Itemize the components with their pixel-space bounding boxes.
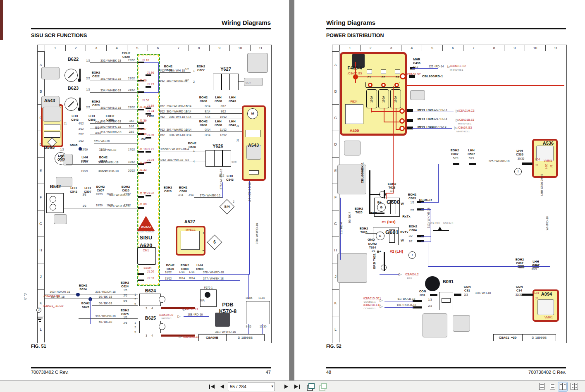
diagram-label: GRD T621	[372, 253, 376, 269]
diagram-label: CM1	[143, 249, 149, 252]
diagram-label: MVEC1	[186, 228, 196, 232]
diagram-label: J1.96	[147, 71, 154, 74]
diagram-label: CON C91	[464, 285, 471, 292]
diagram-shape	[146, 74, 151, 76]
diagram-label: LHH C507	[468, 149, 475, 156]
diagram-label: EOH2 C608	[199, 96, 208, 103]
diagram-label: J1.32	[139, 192, 146, 195]
diagram-label: 31 ∕ RD-4	[340, 222, 343, 234]
diagram-shape	[215, 313, 230, 327]
diagram-label: 351 ∕ WH/LG-18	[100, 77, 121, 81]
single-page-layout-button[interactable]	[537, 382, 547, 391]
diagram-label: 4/62	[160, 128, 165, 131]
diagram-label: S/N	[224, 205, 229, 208]
diagram-label: J1.58	[139, 133, 146, 136]
diagram-label: LH6570:1	[161, 317, 172, 320]
wire-segment	[194, 334, 249, 334]
diagram-label: PDB	[222, 302, 233, 308]
wire-segment	[384, 108, 384, 122]
diagram-shape	[41, 67, 60, 79]
last-page-icon	[294, 385, 298, 389]
diagram-label: −	[203, 249, 205, 252]
two-page-layout-button[interactable]	[558, 382, 567, 391]
diagram-shape	[146, 151, 151, 153]
diagram-shape	[454, 294, 461, 296]
first-page-button[interactable]	[209, 384, 215, 390]
diagram-label: A400	[350, 129, 359, 133]
diagram-label: 100A	[394, 96, 397, 103]
next-view-button[interactable]	[319, 383, 326, 390]
diagram-label: 382 ∕ WH/BK-18	[98, 170, 119, 173]
chevron-down-icon[interactable]: ▾	[271, 384, 273, 388]
diagram-label: 6/29	[519, 266, 525, 269]
grid-row-label: C	[332, 104, 339, 131]
wire-segment	[159, 119, 242, 119]
diagram-label: A536	[543, 141, 554, 146]
diagram-label: EOH2 C624	[121, 281, 129, 288]
diagram-shape	[146, 137, 151, 139]
diagram-shape	[368, 83, 372, 87]
diagram-label: EOH2 C620	[166, 264, 174, 271]
two-page-continuous-layout-button[interactable]	[570, 382, 579, 391]
diagram-label: 374 ∕ WH/BL-18	[98, 161, 118, 164]
diagram-label: 2/2	[86, 106, 90, 109]
page-number-input[interactable]	[229, 383, 269, 390]
diagram-label: J1.18	[139, 148, 146, 151]
diagram-label: J1.21	[147, 148, 154, 151]
continuous-layout-button[interactable]	[548, 382, 557, 391]
diagram-shape	[430, 294, 437, 296]
diagram-label: /C8A01D.G11	[363, 297, 381, 300]
last-page-button[interactable]	[294, 384, 300, 390]
grid-col-label: 8	[189, 45, 209, 51]
diagram-label: 1	[134, 293, 136, 296]
diagram-label: PWR	[147, 115, 154, 118]
diagram-label: ▷	[24, 292, 27, 296]
diagram-label: FI20	[407, 277, 412, 280]
previous-view-button[interactable]	[307, 383, 314, 390]
diagram-label: /C8A00.G5	[348, 72, 362, 75]
diagram-label: G601	[385, 229, 399, 236]
diagram-label: 1	[134, 321, 136, 324]
diagram-label: A543	[44, 98, 55, 103]
diagram-label: EOH2 C608	[181, 264, 189, 271]
diagram-label: EOH2 C625	[121, 309, 129, 316]
page-divider	[289, 0, 294, 380]
grid-col-label: 11	[545, 45, 566, 51]
diagram-label: LHH C543	[229, 120, 236, 127]
diagram-label: MHR T494	[418, 108, 434, 112]
diagram-label: 4/4	[185, 158, 189, 161]
diagram-shape	[399, 126, 405, 131]
diagram-label: J1.93	[147, 277, 154, 280]
diagram-label: J1.23	[147, 83, 154, 86]
diagram-label: I-04	[535, 158, 540, 161]
diagram-label: G	[379, 234, 381, 238]
diagram-label: /C8A01B.E3	[458, 118, 475, 122]
diagram-label: 50 ∕ BK-18	[99, 320, 112, 324]
diagram-shape	[205, 150, 231, 167]
diagram-label: 2/2	[410, 209, 414, 212]
diagram-label: J1	[236, 139, 239, 142]
grid-row-label: G	[37, 210, 45, 237]
diagram-label: B622	[68, 57, 79, 62]
diagram-shape	[138, 207, 144, 209]
page-number-box: ▾	[228, 382, 275, 391]
wire-segment	[473, 295, 516, 295]
diagram-label: SISU POWER	[138, 230, 154, 233]
previous-page-icon	[220, 385, 224, 389]
diagram-label: C8A01_+30	[499, 336, 517, 339]
diagram-label: CBL600/RD-1	[422, 74, 443, 78]
diagram-label: 50 ∕ BK-18	[99, 302, 112, 305]
diagram-label: 8/62	[160, 134, 165, 136]
diagram-label: 22/62	[128, 59, 135, 62]
diagram-label: L/14	[179, 270, 185, 273]
grid-corner	[332, 45, 339, 51]
diagram-shape	[246, 301, 270, 324]
diagram-label: 100A	[370, 96, 373, 103]
diagram-label: CBL600/BK-1	[361, 163, 364, 184]
next-page-button[interactable]	[284, 384, 288, 390]
wire-segment	[369, 170, 370, 214]
previous-page-button[interactable]	[220, 384, 224, 390]
diagram-label: ▷	[179, 335, 182, 339]
diagram-label: B+	[377, 250, 381, 253]
diagram-shape	[181, 231, 200, 250]
